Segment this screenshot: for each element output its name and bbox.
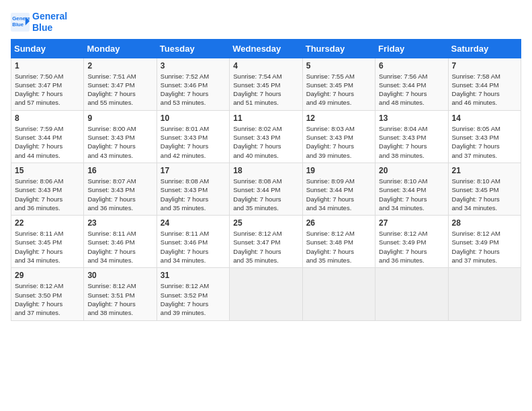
day-info: Sunrise: 8:12 AMSunset: 3:48 PMDaylight:… [306,229,371,265]
day-number: 16 [87,166,152,175]
day-info: Sunrise: 8:03 AMSunset: 3:43 PMDaylight:… [306,124,371,160]
day-number: 1 [15,61,80,71]
logo-text: General Blue [32,11,67,34]
day-number: 18 [233,166,298,175]
calendar-table: SundayMondayTuesdayWednesdayThursdayFrid… [11,39,521,321]
calendar-cell: 2Sunrise: 7:51 AMSunset: 3:47 PMDaylight… [84,58,157,110]
day-number: 17 [161,166,226,175]
calendar-week-1: 1Sunrise: 7:50 AMSunset: 3:47 PMDaylight… [11,58,521,110]
svg-text:Blue: Blue [12,21,24,28]
calendar-cell: 14Sunrise: 8:05 AMSunset: 3:43 PMDayligh… [448,110,521,163]
calendar-cell: 15Sunrise: 8:06 AMSunset: 3:43 PMDayligh… [11,163,84,215]
calendar-cell: 19Sunrise: 8:09 AMSunset: 3:44 PMDayligh… [302,163,375,215]
day-info: Sunrise: 7:59 AMSunset: 3:44 PMDaylight:… [15,124,80,160]
day-info: Sunrise: 8:06 AMSunset: 3:43 PMDaylight:… [15,177,80,212]
day-info: Sunrise: 7:52 AMSunset: 3:46 PMDaylight:… [161,72,226,107]
day-info: Sunrise: 8:10 AMSunset: 3:44 PMDaylight:… [379,177,444,212]
day-number: 20 [379,166,444,175]
day-info: Sunrise: 8:00 AMSunset: 3:43 PMDaylight:… [87,124,152,160]
calendar-cell [375,268,448,320]
calendar-cell: 12Sunrise: 8:03 AMSunset: 3:43 PMDayligh… [302,110,375,163]
calendar-cell: 6Sunrise: 7:56 AMSunset: 3:44 PMDaylight… [375,58,448,110]
calendar-week-2: 8Sunrise: 7:59 AMSunset: 3:44 PMDaylight… [11,110,521,163]
calendar-cell: 18Sunrise: 8:08 AMSunset: 3:44 PMDayligh… [230,163,302,215]
calendar-cell: 22Sunrise: 8:11 AMSunset: 3:45 PMDayligh… [11,216,84,268]
calendar-cell: 27Sunrise: 8:12 AMSunset: 3:49 PMDayligh… [375,216,448,268]
day-info: Sunrise: 8:12 AMSunset: 3:47 PMDaylight:… [233,229,298,265]
calendar-week-4: 22Sunrise: 8:11 AMSunset: 3:45 PMDayligh… [11,216,521,268]
day-info: Sunrise: 8:08 AMSunset: 3:44 PMDaylight:… [233,177,298,212]
calendar-cell: 24Sunrise: 8:11 AMSunset: 3:46 PMDayligh… [157,216,229,268]
calendar-cell: 26Sunrise: 8:12 AMSunset: 3:48 PMDayligh… [302,216,375,268]
calendar-cell: 20Sunrise: 8:10 AMSunset: 3:44 PMDayligh… [375,163,448,215]
day-header-wednesday: Wednesday [230,39,302,58]
calendar-cell: 5Sunrise: 7:55 AMSunset: 3:45 PMDaylight… [302,58,375,110]
calendar-cell: 31Sunrise: 8:12 AMSunset: 3:52 PMDayligh… [157,268,229,320]
day-info: Sunrise: 8:05 AMSunset: 3:43 PMDaylight:… [452,124,517,160]
calendar-cell: 23Sunrise: 8:11 AMSunset: 3:46 PMDayligh… [84,216,157,268]
day-info: Sunrise: 8:04 AMSunset: 3:43 PMDaylight:… [379,124,444,160]
calendar-week-5: 29Sunrise: 8:12 AMSunset: 3:50 PMDayligh… [11,268,521,320]
calendar-cell [448,268,521,320]
calendar-cell: 9Sunrise: 8:00 AMSunset: 3:43 PMDaylight… [84,110,157,163]
calendar-cell: 17Sunrise: 8:08 AMSunset: 3:43 PMDayligh… [157,163,229,215]
day-number: 23 [87,218,152,228]
calendar-cell: 29Sunrise: 8:12 AMSunset: 3:50 PMDayligh… [11,268,84,320]
day-number: 30 [87,271,152,280]
day-info: Sunrise: 8:11 AMSunset: 3:46 PMDaylight:… [161,229,226,265]
day-info: Sunrise: 8:11 AMSunset: 3:46 PMDaylight:… [87,229,152,265]
calendar-cell: 13Sunrise: 8:04 AMSunset: 3:43 PMDayligh… [375,110,448,163]
day-number: 3 [161,61,226,71]
day-number: 28 [452,218,517,228]
logo: General Blue General Blue [11,11,67,34]
day-info: Sunrise: 8:07 AMSunset: 3:43 PMDaylight:… [87,177,152,212]
calendar-cell: 10Sunrise: 8:01 AMSunset: 3:43 PMDayligh… [157,110,229,163]
day-number: 22 [15,218,80,228]
day-info: Sunrise: 8:10 AMSunset: 3:45 PMDaylight:… [452,177,517,212]
day-info: Sunrise: 8:12 AMSunset: 3:49 PMDaylight:… [379,229,444,265]
day-number: 12 [306,113,371,123]
day-number: 25 [233,218,298,228]
day-number: 13 [379,113,444,123]
day-info: Sunrise: 8:12 AMSunset: 3:49 PMDaylight:… [452,229,517,265]
day-number: 5 [306,61,371,71]
day-header-monday: Monday [84,39,157,58]
day-info: Sunrise: 8:01 AMSunset: 3:43 PMDaylight:… [161,124,226,160]
day-info: Sunrise: 7:51 AMSunset: 3:47 PMDaylight:… [87,72,152,107]
day-number: 27 [379,218,444,228]
calendar-cell: 30Sunrise: 8:12 AMSunset: 3:51 PMDayligh… [84,268,157,320]
day-number: 4 [233,61,298,71]
day-header-friday: Friday [375,39,448,58]
day-number: 19 [306,166,371,175]
day-info: Sunrise: 8:11 AMSunset: 3:45 PMDaylight:… [15,229,80,265]
calendar-cell: 16Sunrise: 8:07 AMSunset: 3:43 PMDayligh… [84,163,157,215]
day-info: Sunrise: 8:12 AMSunset: 3:51 PMDaylight:… [87,281,152,317]
day-number: 29 [15,271,80,280]
calendar-cell [302,268,375,320]
day-number: 8 [15,113,80,123]
day-number: 21 [452,166,517,175]
day-info: Sunrise: 8:12 AMSunset: 3:52 PMDaylight:… [161,281,226,317]
day-number: 10 [161,113,226,123]
day-number: 24 [161,218,226,228]
calendar-cell: 28Sunrise: 8:12 AMSunset: 3:49 PMDayligh… [448,216,521,268]
day-info: Sunrise: 7:56 AMSunset: 3:44 PMDaylight:… [379,72,444,107]
calendar-cell: 21Sunrise: 8:10 AMSunset: 3:45 PMDayligh… [448,163,521,215]
day-info: Sunrise: 7:55 AMSunset: 3:45 PMDaylight:… [306,72,371,107]
calendar-week-3: 15Sunrise: 8:06 AMSunset: 3:43 PMDayligh… [11,163,521,215]
day-number: 9 [87,113,152,123]
day-number: 2 [87,61,152,71]
calendar-cell: 8Sunrise: 7:59 AMSunset: 3:44 PMDaylight… [11,110,84,163]
page-header: General Blue General Blue [11,11,521,34]
calendar-cell: 11Sunrise: 8:02 AMSunset: 3:43 PMDayligh… [230,110,302,163]
day-number: 11 [233,113,298,123]
day-number: 31 [161,271,226,280]
day-info: Sunrise: 8:12 AMSunset: 3:50 PMDaylight:… [15,281,80,317]
calendar-cell: 25Sunrise: 8:12 AMSunset: 3:47 PMDayligh… [230,216,302,268]
day-info: Sunrise: 8:08 AMSunset: 3:43 PMDaylight:… [161,177,226,212]
calendar-cell: 1Sunrise: 7:50 AMSunset: 3:47 PMDaylight… [11,58,84,110]
day-number: 15 [15,166,80,175]
day-number: 6 [379,61,444,71]
day-info: Sunrise: 8:09 AMSunset: 3:44 PMDaylight:… [306,177,371,212]
day-header-thursday: Thursday [302,39,375,58]
